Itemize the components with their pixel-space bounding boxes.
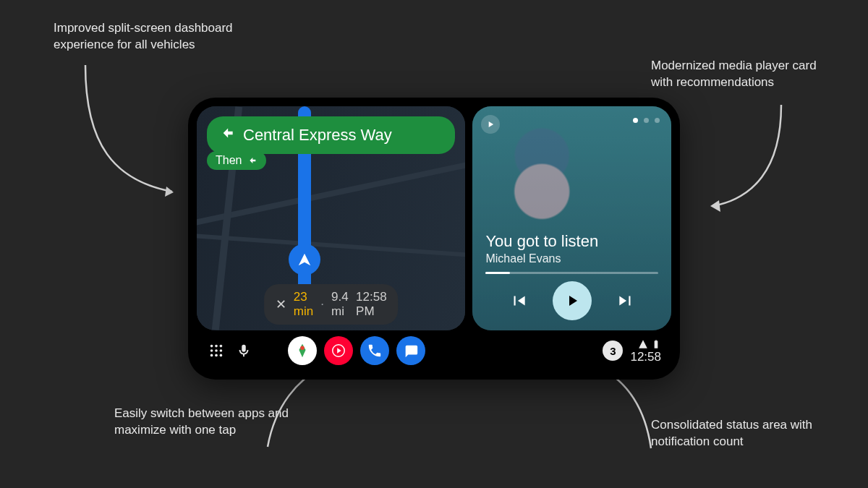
media-player-card[interactable]: You got to listen Michael Evans — [472, 106, 671, 330]
svg-point-9 — [300, 346, 305, 351]
navigation-direction-banner[interactable]: Central Express Way — [207, 116, 455, 154]
separator-dot: · — [320, 297, 324, 312]
svg-point-6 — [210, 354, 213, 357]
close-icon[interactable]: ✕ — [276, 296, 286, 312]
annotation-split-screen: Improved split-screen dashboard experien… — [54, 20, 285, 53]
eta-bar[interactable]: ✕ 23 min · 9.4 mi 12:58 PM — [264, 284, 399, 325]
status-area[interactable]: 12:58 — [630, 339, 661, 363]
app-grid-icon[interactable] — [208, 343, 224, 359]
arrow-top-right — [702, 98, 796, 221]
battery-icon — [651, 339, 661, 349]
page-indicator[interactable] — [633, 118, 660, 123]
next-direction-chip[interactable]: Then — [207, 151, 266, 170]
eta-arrival: 12:58 PM — [356, 290, 387, 319]
current-location-marker — [289, 244, 320, 275]
previous-track-button[interactable] — [505, 287, 532, 314]
then-label: Then — [216, 154, 242, 167]
svg-point-8 — [220, 354, 223, 357]
page-dot — [655, 118, 660, 123]
annotation-media-card: Modernized media player card with recomm… — [651, 58, 839, 91]
eta-minutes: 23 min — [294, 290, 313, 319]
svg-point-2 — [220, 345, 223, 348]
status-clock: 12:58 — [630, 351, 661, 363]
direction-road-name: Central Express Way — [243, 126, 392, 145]
next-track-button[interactable] — [612, 287, 639, 314]
app-phone[interactable] — [360, 336, 389, 365]
app-dock: 3 12:58 — [197, 330, 671, 371]
eta-distance: 9.4 mi — [331, 290, 349, 319]
page-dot — [644, 118, 649, 123]
svg-point-1 — [215, 345, 218, 348]
voice-mic-icon[interactable] — [236, 343, 252, 359]
notification-count-badge[interactable]: 3 — [603, 341, 623, 361]
svg-point-3 — [210, 349, 213, 352]
svg-point-7 — [215, 354, 218, 357]
svg-point-0 — [210, 345, 213, 348]
playback-progress[interactable] — [485, 272, 658, 274]
annotation-status-area: Consolidated status area with notificati… — [651, 417, 839, 450]
media-controls — [472, 281, 671, 320]
page-dot-active — [633, 118, 638, 123]
split-screen: Central Express Way Then ✕ 23 min · 9.4 … — [197, 106, 671, 330]
track-title: You got to listen — [485, 232, 658, 251]
track-artist: Michael Evans — [485, 252, 658, 265]
app-messages[interactable] — [396, 336, 425, 365]
turn-left-icon — [217, 124, 236, 147]
android-auto-dashboard: Central Express Way Then ✕ 23 min · 9.4 … — [188, 98, 680, 380]
play-button[interactable] — [553, 281, 592, 320]
turn-left-icon — [246, 155, 258, 166]
app-google-maps[interactable] — [288, 336, 317, 365]
signal-icon — [638, 339, 648, 349]
arrow-top-left — [71, 58, 179, 202]
svg-point-5 — [220, 349, 223, 352]
media-info: You got to listen Michael Evans — [485, 232, 658, 265]
navigation-card[interactable]: Central Express Way Then ✕ 23 min · 9.4 … — [197, 106, 465, 330]
svg-point-4 — [215, 349, 218, 352]
app-youtube-music[interactable] — [324, 336, 353, 365]
